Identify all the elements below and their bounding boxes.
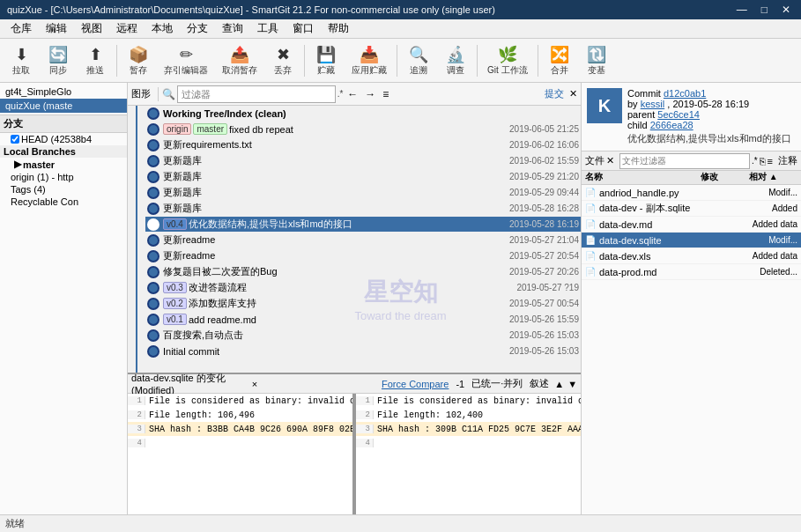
branch-master[interactable]: ▶ master <box>0 158 127 171</box>
window-controls[interactable]: — □ ✕ <box>733 4 794 16</box>
file-tab-label[interactable]: 文件 <box>585 154 604 167</box>
force-compare-btn[interactable]: Force Compare <box>382 379 449 389</box>
toolbar-btn-discard[interactable]: ✏弃引编辑器 <box>158 42 214 79</box>
commit-row[interactable]: v0.2添加数据库支持2019-05-27 00:54 <box>145 296 581 312</box>
toolbar-separator <box>538 45 538 77</box>
commit-row[interactable]: originmasterfixed db repeat2019-06-05 21… <box>145 122 581 137</box>
branch-recyclable[interactable]: Recyclable Con <box>0 196 127 208</box>
toolbar-separator <box>116 45 117 77</box>
commit-row[interactable]: Initial commit2019-05-26 15:03 <box>145 344 581 359</box>
toolbar-btn-apply[interactable]: 📥应用贮藏 <box>345 42 393 79</box>
commit-row[interactable]: 更新readme2019-05-27 21:04 <box>145 233 581 248</box>
toolbar-btn-push[interactable]: ⬆推送 <box>78 42 113 79</box>
file-item[interactable]: 📄data-prod.mdDeleted... <box>582 264 801 280</box>
commit-row[interactable]: Working Tree/Index (clean) <box>145 106 581 122</box>
commit-row[interactable]: v0.4优化数据结构,提供导出xls和md的接口2019-05-28 16:19 <box>145 217 581 233</box>
menu-item[interactable]: 工具 <box>250 19 286 38</box>
toolbar-btn-sync[interactable]: 🔄同步 <box>41 42 76 79</box>
file-item[interactable]: 📄data-dev.mdAdded data <box>582 217 801 233</box>
right-panel: K Commit d12c0ab1 by kessil , 2019-05-28… <box>581 83 801 514</box>
file-item[interactable]: 📄andriod_handle.pyModif... <box>582 185 801 201</box>
filter-regex[interactable]: .* <box>337 89 344 99</box>
toolbar-btn-discard2[interactable]: ✖丢弃 <box>265 42 300 79</box>
menu-item[interactable]: 帮助 <box>321 19 356 38</box>
file-item[interactable]: 📄data-dev - 副本.sqliteAdded <box>582 201 801 217</box>
search-input[interactable] <box>177 85 336 103</box>
branch-tags[interactable]: Tags (4) <box>0 183 127 196</box>
menu-item[interactable]: 远程 <box>109 19 145 38</box>
diff-line: 2File length: 106,496 <box>128 408 352 422</box>
menu-btn[interactable]: ≡ <box>380 88 391 100</box>
toolbar-btn-investigate[interactable]: 🔬调查 <box>438 42 473 79</box>
menu-item[interactable]: 仓库 <box>4 19 39 38</box>
head-checkbox[interactable] <box>11 135 19 144</box>
minimize-button[interactable]: — <box>733 4 751 16</box>
nav-fwd-btn[interactable]: → <box>362 88 378 100</box>
commit-msg: 百度搜索,自动点击 <box>163 329 464 342</box>
menu-item[interactable]: 分支 <box>180 19 215 38</box>
file-copy-btn[interactable]: ⎘ <box>760 156 766 166</box>
file-menu-btn[interactable]: ≡ <box>768 156 773 166</box>
diff-close-btn[interactable]: × <box>252 379 257 389</box>
commit-row[interactable]: 修复题目被二次爱置的Bug2019-05-27 20:26 <box>145 264 581 280</box>
diff-down-btn[interactable]: ▼ <box>567 379 577 389</box>
repo-item[interactable]: gt4t_SimpleGlo <box>0 85 127 99</box>
toolbar-btn-gitflow[interactable]: 🌿Git 工作流 <box>481 42 534 79</box>
commit-row[interactable]: 更新题库2019-06-02 15:59 <box>145 153 581 169</box>
tag-badge: v0.1 <box>163 314 187 325</box>
file-panel: 文件 ✕ .* ⎘ ≡ 注释 名称 修改 相对 ▲ 📄andriod_handl… <box>582 151 801 514</box>
status-bar: 就绪 <box>0 514 801 532</box>
commit-child-hash[interactable]: 2666ea28 <box>650 120 693 130</box>
commit-row[interactable]: 百度搜索,自动点击2019-05-26 15:03 <box>145 328 581 344</box>
file-item[interactable]: 📄data-dev.sqliteModif... <box>582 233 801 248</box>
commit-parent-hash[interactable]: 5ec6ce14 <box>657 109 700 120</box>
submit-label[interactable]: 提交 <box>545 87 564 100</box>
file-right-label: 注释 <box>778 154 797 167</box>
submit-close[interactable]: ✕ <box>569 88 577 100</box>
file-filter-regex[interactable]: .* <box>752 156 758 166</box>
toolbar-btn-merge[interactable]: 🔀合并 <box>542 42 577 79</box>
diff-area: data-dev.sqlite 的变化 (Modified) × Force C… <box>128 373 581 514</box>
toolbar-btn-rebase[interactable]: 🔃变基 <box>579 42 614 79</box>
diff-view-mode[interactable]: 已统一·并列 <box>471 377 523 390</box>
toolbar-btn-pull[interactable]: ⬇拉取 <box>4 42 39 79</box>
commit-row[interactable]: 更新题库2019-05-29 21:20 <box>145 169 581 185</box>
toolbar-btn-store[interactable]: 💾贮藏 <box>308 42 344 79</box>
commit-row[interactable]: v0.3改进答题流程2019-05-27 ?19 <box>145 280 581 296</box>
menu-item[interactable]: 视图 <box>74 19 109 38</box>
commit-row[interactable]: 更新题库2019-05-28 16:28 <box>145 201 581 217</box>
maximize-button[interactable]: □ <box>758 4 771 16</box>
branch-origin[interactable]: origin (1) - http <box>0 171 127 183</box>
toolbar-btn-stash[interactable]: 📦暂存 <box>121 42 156 79</box>
commit-author[interactable]: kessil <box>641 99 665 109</box>
file-filter-input[interactable] <box>619 153 750 169</box>
menu-item[interactable]: 编辑 <box>39 19 74 38</box>
nav-back-btn[interactable]: ← <box>345 88 360 100</box>
commit-row[interactable]: 更新题库2019-05-29 09:44 <box>145 185 581 201</box>
commit-child-label: child <box>627 120 648 130</box>
file-tab-close[interactable]: ✕ <box>606 155 614 166</box>
branch-head[interactable]: HEAD (42538b4 <box>0 133 127 145</box>
repo-item-selected[interactable]: quizXue (maste <box>0 99 127 113</box>
commit-row[interactable]: v0.1add readme.md2019-05-26 15:59 <box>145 312 581 328</box>
diff-line: 1File is considered as binary: invalid c… <box>356 394 581 408</box>
commit-parent-line: parent 5ec6ce14 <box>627 109 796 120</box>
graph-svg <box>128 106 145 373</box>
diff-toolbar: data-dev.sqlite 的变化 (Modified) × Force C… <box>128 374 581 394</box>
menu-item[interactable]: 查询 <box>215 19 250 38</box>
menu-item[interactable]: 本地 <box>145 19 180 38</box>
toolbar-btn-blame[interactable]: 🔍追溯 <box>401 42 436 79</box>
diff-line-num: 3 <box>128 425 145 433</box>
diff-up-btn[interactable]: ▲ <box>554 379 564 389</box>
commit-dot <box>147 282 159 294</box>
commit-row[interactable]: 更新requirements.txt2019-06-02 16:06 <box>145 137 581 153</box>
menu-item[interactable]: 窗口 <box>286 19 321 38</box>
close-button[interactable]: ✕ <box>778 4 794 16</box>
commit-row[interactable]: 更新readme2019-05-27 20:54 <box>145 248 581 264</box>
file-item[interactable]: 📄data-dev.xlsAdded data <box>582 248 801 264</box>
toolbar-btn-unstash[interactable]: 📤取消暂存 <box>216 42 263 79</box>
commit-date: 2019-05-26 15:59 <box>464 314 579 324</box>
commit-message: 优化数据结构,提供导出xls和md的接口 <box>627 132 796 145</box>
diff-sort[interactable]: 叙述 <box>530 377 549 390</box>
commit-hash-link[interactable]: d12c0ab1 <box>664 88 706 99</box>
